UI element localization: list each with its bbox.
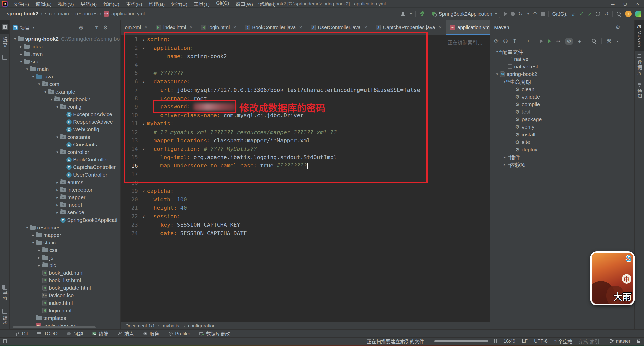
tab-BookController.java[interactable]: JBookController.java✕	[241, 20, 307, 35]
collapse-all-icon[interactable]: ∓	[577, 38, 582, 44]
project-tree-hscrollbar[interactable]	[13, 326, 96, 328]
chevron-right-icon[interactable]: ▸	[18, 44, 24, 49]
toolwindow-button-端点[interactable]: 端点	[117, 330, 134, 337]
maven-reload-icon[interactable]: ⟳	[494, 38, 499, 44]
download-sources-icon[interactable]: ↧	[512, 38, 517, 44]
tool-stripe-通知[interactable]: 通知	[635, 79, 644, 102]
tree-item-example[interactable]: ▾example	[10, 88, 120, 96]
run-maven-build-icon[interactable]	[548, 39, 551, 43]
tree-item-SpringBook2Applicati[interactable]: CSpringBook2Applicati	[10, 216, 120, 224]
maven-item-deploy[interactable]: ⚙deploy	[490, 146, 634, 153]
fold-marker-icon[interactable]: ∨	[140, 37, 147, 41]
maven-settings-wrench-icon[interactable]: ⚒	[607, 38, 611, 44]
tree-item-book_add.html[interactable]: Hbook_add.html	[10, 269, 120, 277]
maven-item-nativeTest[interactable]: nativeTest	[490, 63, 634, 70]
chevron-down-icon[interactable]: ▾	[54, 105, 60, 109]
maven-item-native[interactable]: native	[490, 55, 634, 63]
git-branch-widget[interactable]: master	[610, 338, 630, 344]
chevron-down-icon[interactable]: ▾	[18, 59, 24, 64]
toolwindow-button-服务[interactable]: 服务	[143, 330, 159, 337]
maven-item-test[interactable]: ⚙test	[490, 108, 634, 116]
chevron-right-icon[interactable]: ▸	[36, 263, 42, 268]
toolwindow-button-Git[interactable]: Git	[15, 331, 28, 336]
tab-CaptchaProperties.java[interactable]: JCaptchaProperties.java✕	[372, 20, 446, 35]
menu-视图(V)[interactable]: 视图(V)	[55, 0, 77, 7]
toolwindow-button-问题[interactable]: 问题	[67, 330, 83, 337]
chevron-right-icon[interactable]: ▸	[502, 162, 508, 167]
close-button[interactable]: ✕	[631, 0, 644, 8]
tab-close-icon[interactable]: ✕	[233, 25, 237, 30]
fold-marker-icon[interactable]: ∨	[140, 122, 147, 126]
tree-item-book_list.html[interactable]: Hbook_list.html	[10, 277, 120, 284]
toolwindow-button-终端[interactable]: 终端	[92, 330, 108, 337]
stop-button[interactable]	[541, 12, 545, 16]
maven-item-validate[interactable]: ⚙validate	[490, 93, 634, 101]
profiler-run-icon[interactable]: ◠	[533, 11, 537, 17]
fold-marker-icon[interactable]: ∨	[140, 79, 147, 83]
line-separator[interactable]: LF	[522, 338, 528, 344]
chevron-right-icon[interactable]: ▸	[54, 210, 60, 215]
menu-重构(R)[interactable]: 重构(R)	[123, 0, 145, 7]
run-maven-icon[interactable]	[540, 39, 543, 43]
tree-item-BookController[interactable]: CBookController	[10, 156, 120, 163]
breadcrumb-item[interactable]: resources	[75, 11, 98, 17]
user-profile-icon[interactable]	[400, 11, 406, 16]
tree-item-spring-book2[interactable]: ▾spring-book2C:\Springdemo\spring-book	[10, 35, 120, 43]
editor-breadcrumb-item[interactable]: mybatis:	[163, 323, 181, 329]
collapse-all-icon[interactable]: ∓	[95, 25, 99, 31]
breadcrumb-item[interactable]: main	[58, 11, 69, 17]
tab-close-icon[interactable]: ✕	[189, 25, 193, 30]
chevron-down-icon[interactable]: ▾	[54, 150, 60, 154]
code-line-7[interactable]: 7 url: jdbc:mysql://127.0.0.1:3306/book_…	[121, 86, 490, 94]
toolwindow-button-TODO[interactable]: TODO	[37, 331, 58, 336]
toolwindow-button-数据库更改[interactable]: 数据库更改	[199, 330, 230, 337]
tab-close-icon[interactable]: ✕	[299, 25, 302, 30]
breadcrumb-item[interactable]: spring-book2	[7, 11, 38, 17]
code-editor[interactable]: 1∨spring:2∨ application:3 name: spring-b…	[121, 35, 490, 322]
tree-item-login.html[interactable]: Hlogin.html	[10, 307, 120, 314]
tab-om.xml[interactable]: om.xml✕	[121, 20, 152, 35]
execute-goal-icon[interactable]: +	[527, 38, 530, 44]
maven-item-verify[interactable]: ⚙verify	[490, 123, 634, 131]
tree-item-static[interactable]: ▾static	[10, 239, 120, 246]
editor-breadcrumb-item[interactable]: Document 1/1	[125, 323, 155, 329]
menu-导航(N)[interactable]: 导航(N)	[77, 0, 100, 7]
menu-文件(F)[interactable]: 文件(F)	[10, 0, 32, 7]
code-line-18[interactable]: 18	[121, 179, 490, 187]
tool-stripe-structure[interactable]: 结构	[0, 305, 9, 329]
run-button[interactable]	[504, 12, 507, 16]
rollback-icon[interactable]: ↺	[604, 11, 609, 17]
chevron-right-icon[interactable]: ▸	[502, 155, 508, 159]
build-hammer-icon[interactable]	[419, 11, 425, 17]
chevron-right-icon[interactable]: ▸	[36, 255, 42, 260]
tree-item-js[interactable]: ▸js	[10, 254, 120, 262]
generate-sources-icon[interactable]: ⛁	[503, 38, 508, 44]
chevron-right-icon[interactable]: ▸	[54, 180, 60, 185]
tree-item-resources[interactable]: ▾resources	[10, 224, 120, 231]
fold-marker-icon[interactable]: ∨	[140, 189, 147, 193]
breadcrumb-item[interactable]: src	[45, 11, 52, 17]
code-line-5[interactable]: 5 # ???????	[121, 69, 490, 77]
indent-setting[interactable]: 2 个空格	[554, 338, 573, 345]
tree-item-constants[interactable]: ▾constants	[10, 133, 120, 141]
update-available-icon[interactable]: ↑	[625, 11, 632, 17]
code-line-21[interactable]: 21 height: 40	[121, 204, 490, 212]
gear-icon[interactable]: ⚙	[615, 24, 620, 30]
chevron-right-icon[interactable]: ▸	[30, 233, 36, 237]
tree-item-.mvn[interactable]: ▸.mvn	[10, 50, 120, 58]
chevron-down-icon[interactable]: ▾	[494, 72, 500, 76]
tree-item-favicon.ico[interactable]: icofavicon.ico	[10, 292, 120, 299]
file-encoding[interactable]: UTF-8	[534, 338, 548, 344]
git-commit-check-icon[interactable]: ✓	[579, 11, 584, 17]
expand-all-icon[interactable]: ↕	[88, 25, 90, 31]
code-line-3[interactable]: 3 name: spring-book2	[121, 52, 490, 61]
code-line-11[interactable]: 11∨mybatis:	[121, 119, 490, 128]
hide-panel-icon[interactable]: —	[112, 25, 117, 31]
tab-login.html[interactable]: Hlogin.html✕	[197, 20, 241, 35]
tree-item-pic[interactable]: ▸pic	[10, 262, 120, 269]
maven-item-插件[interactable]: ▸插件	[490, 153, 634, 161]
toggle-offline-icon[interactable]: ⇻	[556, 38, 560, 44]
chevron-right-icon[interactable]: ▸	[18, 52, 24, 56]
chevron-down-icon[interactable]: ▾	[54, 135, 60, 139]
tree-item-interceptor[interactable]: ▸interceptor	[10, 186, 120, 194]
